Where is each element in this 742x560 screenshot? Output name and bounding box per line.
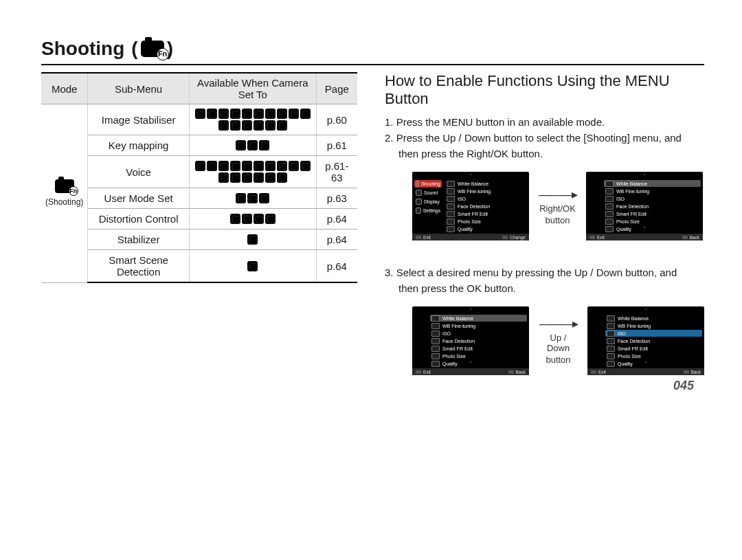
menu-item-label: White Balance <box>616 181 647 186</box>
screen-menu-item: Face Detection <box>605 337 702 344</box>
menu-item-icon <box>431 353 440 359</box>
footer-exit: Exit <box>589 235 605 240</box>
th-available: Available When Camera Set To <box>189 73 316 104</box>
mode-icon <box>218 161 229 171</box>
page-cell: p.61-63 <box>316 156 357 188</box>
screen-menu-item: Photo Size <box>605 352 702 359</box>
screen-menu-item: WB Fine-tuning <box>430 322 527 329</box>
menu-item-icon <box>605 181 614 187</box>
table-row: Key mappingp.61 <box>41 135 357 156</box>
open-paren: ( <box>131 38 137 60</box>
screen-menu-list: White BalanceWB Fine-tuningISOFace Detec… <box>600 175 701 232</box>
mode-icon <box>265 172 276 183</box>
th-mode: Mode <box>41 73 88 104</box>
footer-exit: Exit <box>416 235 431 240</box>
screen-menu-item: ISO <box>445 195 527 202</box>
mode-icon <box>247 261 258 271</box>
mode-iconset <box>194 261 311 271</box>
menu-item-icon <box>605 196 614 202</box>
step-2-line1: 2. Press the Up / Down button to select … <box>385 131 704 145</box>
mode-icon <box>265 161 276 171</box>
mode-icon <box>236 140 246 150</box>
mode-icon <box>289 161 299 171</box>
menu-item-label: Smart FR Edit <box>458 212 488 216</box>
mode-icon <box>254 109 264 119</box>
screen-menu-item: Face Detection <box>430 337 527 344</box>
table-row: User Mode Setp.63 <box>41 188 357 209</box>
menu-item-label: ISO <box>618 331 626 336</box>
screen-menu-item: Photo Size <box>604 218 701 225</box>
arrow1-line1: Right/OK <box>539 204 576 214</box>
step-2-line2: then press the Right/OK button. <box>385 146 704 161</box>
menu-item-icon <box>607 346 615 352</box>
menu-item-label: Quality <box>616 227 631 232</box>
submenu-cell: User Mode Set <box>88 188 189 209</box>
screen-tab: Shooting <box>414 315 427 316</box>
screen-menu-item: White Balance <box>430 315 527 322</box>
menu-item-label: WB Fine-tuning <box>458 189 491 194</box>
screen-tab: Shooting <box>589 315 602 316</box>
mode-icon <box>242 109 252 119</box>
menu-item-icon <box>605 188 614 194</box>
mode-icon <box>277 109 287 119</box>
menu-item-icon <box>431 338 440 344</box>
steps-block-1: 1. Press the MENU button in an available… <box>385 115 704 161</box>
mode-icon <box>207 109 217 119</box>
mode-icon <box>289 109 299 119</box>
screen-left-tabs: ShootingSoundDisplaySettings <box>414 309 427 367</box>
page-cell: p.61 <box>316 135 357 156</box>
menu-item-label: WB Fine-tuning <box>616 189 649 194</box>
menu-item-label: ISO <box>616 197 625 201</box>
menu-item-label: WB Fine-tuning <box>442 324 475 328</box>
screen-tab: Sound <box>588 183 600 184</box>
screen-footer: ExitChange <box>412 234 529 240</box>
screen-menu-item: White Balance <box>445 180 527 187</box>
submenu-cell: Image Stabiliser <box>88 104 189 135</box>
menu-item-label: Face Detection <box>616 204 649 209</box>
chevron-up-icon: ˄ <box>644 308 647 314</box>
menu-item-label: White Balance <box>442 316 473 321</box>
menu-item-icon <box>607 323 615 329</box>
mode-icon <box>300 161 311 171</box>
menu-item-icon <box>605 219 614 225</box>
menu-item-icon <box>607 315 615 322</box>
th-submenu: Sub-Menu <box>88 73 189 104</box>
screens-row-2: ˄ShootingSoundDisplaySettingsWhite Balan… <box>412 306 704 375</box>
chevron-down-icon: ˅ <box>643 226 646 232</box>
arrow-up-down: ———▸ Up / Down button <box>539 316 578 366</box>
arrow2-line1: Up / Down <box>539 333 578 354</box>
mode-icon <box>230 172 240 183</box>
tab-icon <box>416 208 421 214</box>
step-3-line2: then press the OK button. <box>385 281 704 295</box>
mode-iconset <box>194 214 311 224</box>
screen-tab: Settings <box>414 323 427 324</box>
submenu-cell: Smart Scene Detection <box>88 250 189 283</box>
arrow1-line2: button <box>539 216 576 226</box>
screen-menu-item: ISO <box>430 330 527 337</box>
th-page: Page <box>316 73 357 104</box>
mode-caption: (Shooting) <box>45 197 83 207</box>
arrow-icon: ———▸ <box>539 187 576 202</box>
menu-item-label: White Balance <box>618 316 649 321</box>
mode-icon <box>247 193 258 203</box>
screen-menu-item: Smart FR Edit <box>604 210 701 217</box>
menu-item-icon <box>607 361 615 367</box>
mode-icon <box>254 214 264 224</box>
mode-icon <box>242 120 252 131</box>
menu-item-icon <box>431 346 440 352</box>
arrow-icon: ———▸ <box>539 316 578 331</box>
page-cell: p.63 <box>316 188 357 209</box>
screen-menu-list: White BalanceWB Fine-tuningISOFace Detec… <box>602 309 702 367</box>
available-cell <box>189 229 316 250</box>
screen-menu-item: Smart FR Edit <box>430 345 527 352</box>
footer-action: Back <box>508 370 526 374</box>
step-1: 1. Press the MENU button in an available… <box>385 115 704 129</box>
screen-tab: Shooting <box>414 180 442 188</box>
screen-menu-item: ISO <box>604 195 701 202</box>
screen-menu-item: Smart FR Edit <box>445 210 527 217</box>
table-row: Smart Scene Detectionp.64 <box>41 250 357 283</box>
menu-item-icon <box>607 353 615 359</box>
menu-item-icon <box>447 211 455 217</box>
menu-item-icon <box>447 226 455 232</box>
screen-footer: ExitBack <box>412 368 529 375</box>
